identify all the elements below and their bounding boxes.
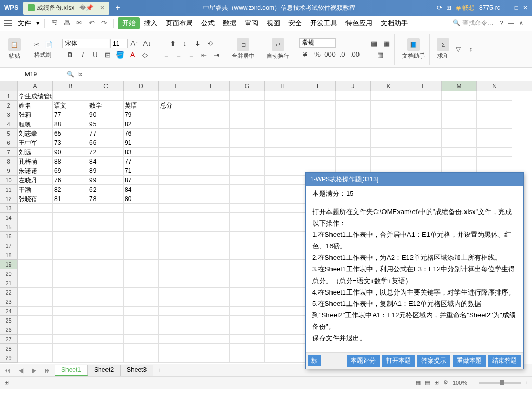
cell-A27[interactable]	[18, 335, 53, 344]
cell-G10[interactable]	[230, 176, 265, 185]
cell-C23[interactable]	[88, 297, 124, 307]
cell-E19[interactable]	[159, 260, 194, 269]
cell-H5[interactable]	[265, 129, 300, 138]
row-header-7[interactable]: 7	[0, 148, 18, 157]
cell-K7[interactable]	[371, 148, 406, 157]
ribbon-tab-6[interactable]: 视图	[262, 17, 284, 29]
cell-A28[interactable]	[18, 344, 53, 353]
cell-F23[interactable]	[194, 297, 230, 307]
col-header-L[interactable]: L	[406, 81, 442, 91]
cell-I1[interactable]	[300, 91, 336, 101]
cell-N1[interactable]	[477, 91, 512, 101]
cell-A10[interactable]: 左晓丹	[18, 176, 53, 185]
cell-B7[interactable]: 90	[53, 148, 88, 157]
cell-E3[interactable]	[159, 110, 194, 119]
cell-C29[interactable]	[88, 353, 124, 363]
sheet-tab-Sheet3[interactable]: Sheet3	[121, 365, 153, 376]
cell-A18[interactable]	[18, 250, 53, 260]
cell-A2[interactable]: 姓名	[18, 101, 53, 110]
cell-F28[interactable]	[194, 344, 230, 353]
cell-G28[interactable]	[230, 344, 265, 353]
cell-E4[interactable]	[159, 119, 194, 129]
cell-G13[interactable]	[230, 204, 265, 213]
cell-E28[interactable]	[159, 344, 194, 353]
cell-M7[interactable]	[442, 148, 477, 157]
ribbon-tab-9[interactable]: 特色应用	[341, 17, 377, 29]
cell-D17[interactable]	[124, 241, 159, 250]
popup-button-0[interactable]: 本题评分	[347, 355, 380, 367]
cell-D4[interactable]: 82	[124, 119, 159, 129]
cell-B24[interactable]	[53, 307, 88, 316]
cell-N3[interactable]	[477, 110, 512, 119]
paste-button[interactable]: 📋粘贴	[6, 37, 23, 61]
currency-icon[interactable]: ¥	[299, 49, 311, 60]
row-header-9[interactable]: 9	[0, 166, 18, 176]
cell-F25[interactable]	[194, 316, 230, 325]
view-normal-icon[interactable]: ▦	[416, 379, 421, 386]
cell-N7[interactable]	[477, 148, 512, 157]
row-header-17[interactable]: 17	[0, 241, 18, 250]
cell-A14[interactable]	[18, 213, 53, 222]
cell-C27[interactable]	[88, 335, 124, 344]
cell-C3[interactable]: 90	[88, 110, 124, 119]
comma-icon[interactable]: 000	[324, 49, 336, 60]
popup-button-4[interactable]: 结束答题	[488, 355, 521, 367]
cell-H23[interactable]	[265, 297, 300, 307]
cell-B14[interactable]	[53, 213, 88, 222]
ribbon-tab-8[interactable]: 开发工具	[306, 17, 341, 29]
cell-G19[interactable]	[230, 260, 265, 269]
row-header-16[interactable]: 16	[0, 232, 18, 241]
decrease-font-icon[interactable]: A↓	[141, 38, 153, 49]
cell-B20[interactable]	[53, 269, 88, 278]
cell-C26[interactable]	[88, 325, 124, 335]
cell-I6[interactable]	[300, 138, 336, 148]
cell-F24[interactable]	[194, 307, 230, 316]
cell-H4[interactable]	[265, 119, 300, 129]
ribbon-tab-10[interactable]: 文档助手	[377, 17, 412, 29]
cell-G2[interactable]	[230, 101, 265, 110]
cell-A8[interactable]: 孔梓萌	[18, 157, 53, 166]
increase-decimal-icon[interactable]: .00	[349, 49, 361, 60]
cell-H6[interactable]	[265, 138, 300, 148]
cell-I7[interactable]	[300, 148, 336, 157]
font-size-select[interactable]	[110, 39, 128, 48]
cell-G20[interactable]	[230, 269, 265, 278]
cell-J5[interactable]	[336, 129, 371, 138]
col-header-C[interactable]: C	[88, 81, 124, 91]
cell-B12[interactable]: 81	[53, 194, 88, 204]
cell-E27[interactable]	[159, 335, 194, 344]
cell-M3[interactable]	[442, 110, 477, 119]
cell-D27[interactable]	[124, 335, 159, 344]
cell-D16[interactable]	[124, 232, 159, 241]
table-styles-icon[interactable]: ▦	[381, 38, 392, 49]
cell-G3[interactable]	[230, 110, 265, 119]
redo-icon[interactable]: ↷	[99, 18, 109, 29]
sort-icon[interactable]: ↕	[465, 44, 476, 55]
cell-K3[interactable]	[371, 110, 406, 119]
align-bottom-icon[interactable]: ⬇	[192, 38, 203, 49]
italic-button[interactable]: I	[77, 49, 88, 61]
cell-F26[interactable]	[194, 325, 230, 335]
cell-J6[interactable]	[336, 138, 371, 148]
cell-D14[interactable]	[124, 213, 159, 222]
cell-F13[interactable]	[194, 204, 230, 213]
cell-B25[interactable]	[53, 316, 88, 325]
cell-C14[interactable]	[88, 213, 124, 222]
cell-F14[interactable]	[194, 213, 230, 222]
cell-A9[interactable]: 朱诺诺	[18, 166, 53, 176]
cell-H22[interactable]	[265, 288, 300, 297]
cell-E20[interactable]	[159, 269, 194, 278]
cell-G5[interactable]	[230, 129, 265, 138]
cell-F10[interactable]	[194, 176, 230, 185]
cell-C17[interactable]	[88, 241, 124, 250]
cell-B17[interactable]	[53, 241, 88, 250]
cell-D23[interactable]	[124, 297, 159, 307]
cell-L2[interactable]	[406, 101, 442, 110]
cell-H7[interactable]	[265, 148, 300, 157]
cell-G6[interactable]	[230, 138, 265, 148]
cell-N4[interactable]	[477, 119, 512, 129]
cell-H2[interactable]	[265, 101, 300, 110]
cell-C9[interactable]: 89	[88, 166, 124, 176]
cell-F5[interactable]	[194, 129, 230, 138]
cell-F21[interactable]	[194, 278, 230, 288]
